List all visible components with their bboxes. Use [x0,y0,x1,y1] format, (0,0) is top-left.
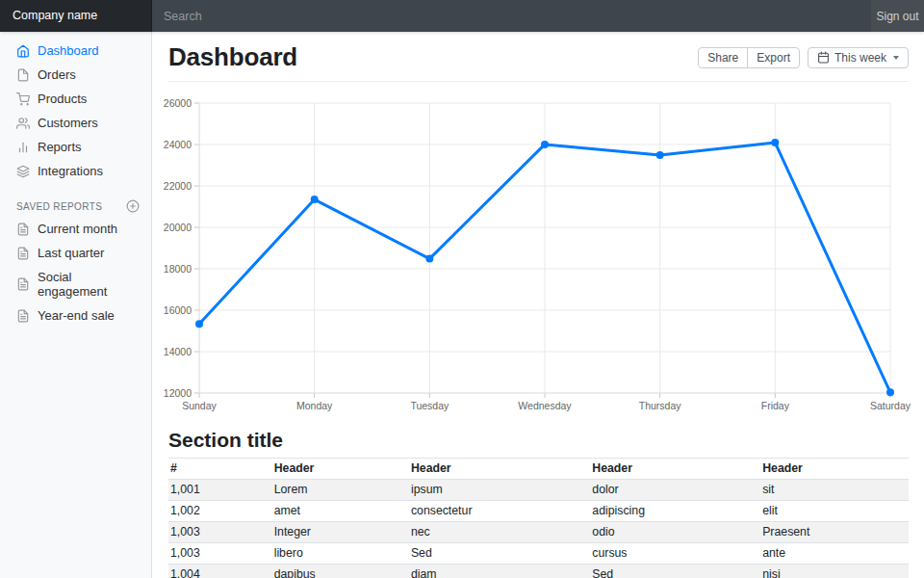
table-cell: ipsum [409,480,590,501]
svg-text:Wednesday: Wednesday [518,400,572,411]
table-cell: adipiscing [590,501,760,522]
table-row: 1,002ametconsecteturadipiscingelit [168,501,909,522]
table-cell: cursus [590,543,760,565]
sidebar-item-label: Dashboard [38,43,99,58]
page-header: Dashboard Share Export This week [168,32,909,82]
sidebar-item-integrations[interactable]: Integrations [0,159,152,183]
sidebar-item-label: Products [38,92,87,106]
table-row: 1,003liberoSedcursusante [168,543,909,565]
table-header-cell: Header [760,459,909,480]
table-cell: Sed [409,543,590,565]
table-cell: Praesent [760,522,909,543]
svg-text:Thursday: Thursday [639,400,682,411]
calendar-icon-slot [817,51,830,64]
sidebar-item-dashboard[interactable]: Dashboard [0,39,152,63]
saved-report-year-end-sale[interactable]: Year-end sale [0,303,152,328]
svg-text:16000: 16000 [164,304,192,316]
brand-link[interactable]: Company name [0,0,152,32]
main-content: Dashboard Share Export This week 1200014… [152,32,924,578]
file-text-icon [16,277,30,291]
file-icon [16,68,30,82]
svg-text:18000: 18000 [164,263,192,275]
sidebar-item-customers[interactable]: Customers [0,111,152,135]
file-text-icon [16,223,30,236]
sidebar-item-label: Customers [38,116,98,130]
share-button[interactable]: Share [698,47,748,68]
table-cell: nec [409,522,590,543]
table-header-cell: # [168,459,272,480]
period-label: This week [834,51,886,65]
svg-text:Saturday: Saturday [870,400,911,411]
saved-report-current-month[interactable]: Current month [0,217,152,241]
share-export-group: Share Export [698,47,800,68]
sidebar-nav: DashboardOrdersProductsCustomersReportsI… [0,39,152,183]
table-cell: dapibus [272,565,409,578]
add-report-button[interactable] [126,199,140,213]
table-cell: odio [590,522,760,543]
svg-text:Tuesday: Tuesday [410,400,449,411]
shopping-cart-icon [16,92,30,106]
table-head: #HeaderHeaderHeaderHeader [168,459,909,480]
table-cell: amet [272,501,409,522]
table-cell: Lorem [272,480,409,501]
sign-out-link[interactable]: Sign out [871,0,924,32]
toolbar: Share Export This week [698,47,909,68]
search-input[interactable] [152,0,871,32]
plus-circle-icon [126,199,140,213]
calendar-icon [817,51,830,64]
table-row: 1,001Loremipsumdolorsit [168,480,909,501]
table-cell: 1,001 [168,480,272,501]
file-text-icon [16,309,30,323]
saved-reports-header: Saved reports [0,196,152,217]
saved-report-social-engagement[interactable]: Social engagement [0,265,152,303]
table-cell: dolor [590,480,760,501]
svg-text:24000: 24000 [164,139,192,150]
table-cell: elit [760,501,909,522]
table-cell: ante [760,543,909,565]
saved-report-label: Year-end sale [38,308,115,323]
table-cell: consectetur [409,501,590,522]
data-table: #HeaderHeaderHeaderHeader 1,001Loremipsu… [168,458,909,578]
sidebar-item-label: Reports [38,140,82,154]
page-title: Dashboard [168,42,297,72]
sidebar-item-label: Integrations [38,164,103,178]
sidebar: DashboardOrdersProductsCustomersReportsI… [0,32,152,578]
table-cell: sit [760,480,909,501]
saved-report-label: Last quarter [38,246,104,260]
table-header-cell: Header [409,459,590,480]
users-icon [16,117,30,130]
svg-text:Friday: Friday [761,400,790,411]
svg-text:Sunday: Sunday [182,400,217,411]
table-row: 1,003IntegernecodioPraesent [168,522,909,543]
svg-text:Monday: Monday [296,400,333,411]
weekly-traffic-line-chart: 1200014000160001800020000220002400026000… [168,94,910,414]
svg-text:20000: 20000 [164,222,192,233]
svg-text:14000: 14000 [164,346,192,357]
table-header-cell: Header [590,459,760,480]
sidebar-item-products[interactable]: Products [0,87,152,111]
svg-text:26000: 26000 [164,97,192,109]
table-cell: libero [272,543,409,565]
table-cell: 1,003 [168,522,272,543]
export-button[interactable]: Export [747,47,800,68]
table-cell: 1,004 [168,565,272,578]
saved-report-label: Social engagement [38,270,136,299]
sidebar-item-reports[interactable]: Reports [0,135,152,159]
table-cell: 1,002 [168,501,272,522]
saved-report-last-quarter[interactable]: Last quarter [0,241,152,265]
period-dropdown-button[interactable]: This week [808,47,909,68]
table-cell: Sed [590,565,760,578]
table-cell: nisi [760,565,909,578]
table-header-cell: Header [272,459,409,480]
chevron-down-icon [893,56,899,60]
sidebar-item-label: Orders [38,67,76,82]
table-cell: 1,003 [168,543,272,565]
bar-chart-icon [16,141,30,154]
svg-text:12000: 12000 [164,387,192,399]
saved-report-label: Current month [38,222,117,236]
table-body: 1,001Loremipsumdolorsit1,002ametconsecte… [168,480,909,578]
svg-text:22000: 22000 [164,180,192,192]
saved-reports-list: Current monthLast quarterSocial engageme… [0,217,152,328]
sidebar-item-orders[interactable]: Orders [0,63,152,87]
file-text-icon [16,247,30,260]
